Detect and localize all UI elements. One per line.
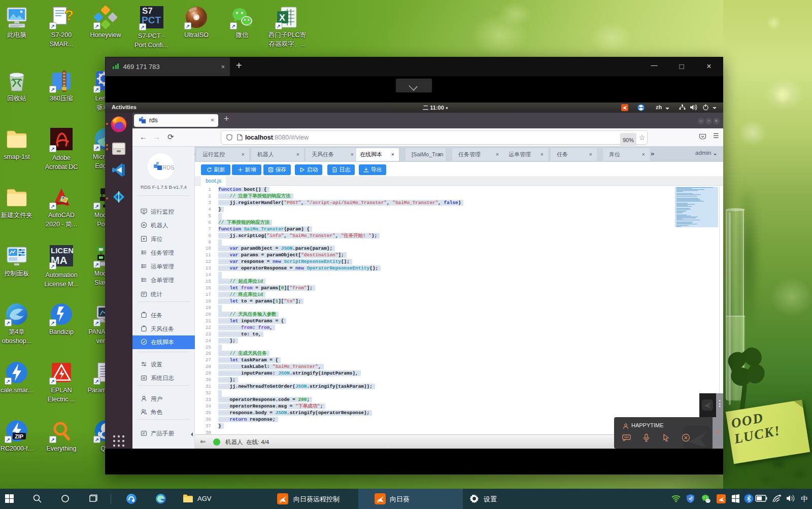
svg-text:X: X bbox=[279, 13, 285, 23]
svg-text:?: ? bbox=[64, 7, 74, 23]
svg-text:ZIP: ZIP bbox=[15, 433, 23, 439]
svg-text:RDS: RDS bbox=[162, 164, 174, 171]
